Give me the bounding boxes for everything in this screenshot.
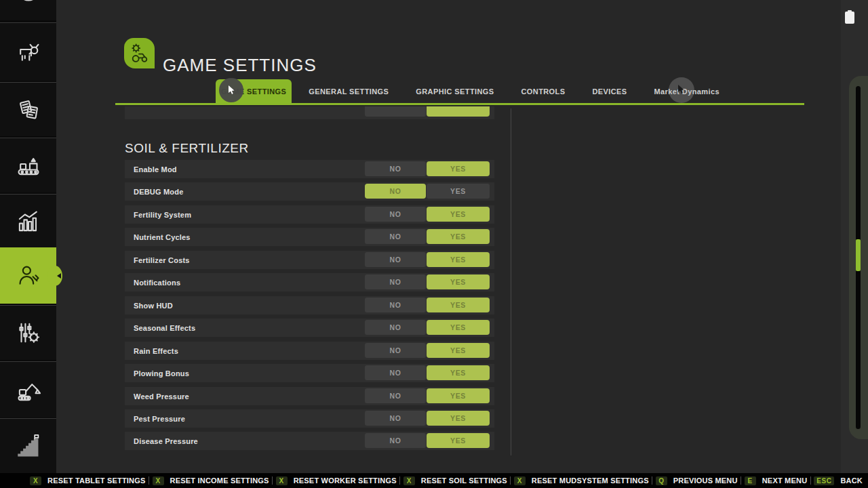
shortcut-reset-worker-settings[interactable]: XRESET WORKER SETTINGS xyxy=(276,476,397,485)
toggle-yes-button[interactable]: YES xyxy=(427,343,490,358)
toggle-yes-button[interactable]: YES xyxy=(427,229,490,244)
sidebar-item-production[interactable] xyxy=(0,138,56,192)
sidebar-item-game-options[interactable] xyxy=(0,305,56,360)
toggle-fertilizer-costs: NOYES xyxy=(365,252,490,267)
toggle-fertility-system: NOYES xyxy=(365,207,490,222)
toggle-no-button[interactable]: NO xyxy=(365,274,426,289)
shortcut-previous-menu[interactable]: QPREVIOUS MENU xyxy=(656,476,738,485)
toggle-no-button[interactable]: NO xyxy=(365,365,426,380)
sidebar-item-terrain[interactable] xyxy=(0,418,56,474)
shortcut-reset-income-settings[interactable]: XRESET INCOME SETTINGS xyxy=(153,476,269,485)
setting-label: Nutrient Cycles xyxy=(134,228,191,246)
toggle-show-hud: NOYES xyxy=(365,298,490,312)
scrollbar-thumb[interactable] xyxy=(856,239,861,271)
settings-row-fertility-system: Fertility SystemNOYES xyxy=(125,205,494,224)
cow-icon xyxy=(14,38,43,66)
scrollbar-track[interactable] xyxy=(856,86,861,429)
shortcut-label: RESET INCOME SETTINGS xyxy=(170,476,269,485)
toggle-no-button[interactable]: NO xyxy=(365,229,426,244)
settings-row-weed-pressure: Weed PressureNOYES xyxy=(125,387,494,405)
toggle-rain-effects: NOYES xyxy=(365,343,490,358)
toggle-seasonal-effects: NOYES xyxy=(365,320,490,335)
tab-general-settings[interactable]: GENERAL SETTINGS xyxy=(298,79,399,104)
page-title: GAME SETTINGS xyxy=(163,55,317,76)
bottom-bar: XRESET TABLET SETTINGSXRESET INCOME SETT… xyxy=(0,473,868,488)
tab-devices[interactable]: DEVICES xyxy=(582,79,637,104)
toggle-no-button[interactable]: NO xyxy=(365,320,426,335)
scrollbar xyxy=(849,76,868,439)
shortcut-label: RESET MUDSYSTEM SETTINGS xyxy=(532,476,649,485)
setting-label: Rain Effects xyxy=(134,342,178,360)
settings-row-show-hud: Show HUDNOYES xyxy=(125,296,494,314)
toggle-yes-button[interactable]: YES xyxy=(427,106,490,117)
shortcut-reset-tablet-settings[interactable]: XRESET TABLET SETTINGS xyxy=(30,476,146,485)
setting-label: Enable Mod xyxy=(134,160,177,178)
setting-label: Seasonal Effects xyxy=(134,319,195,337)
keycap-q-icon: Q xyxy=(656,476,667,485)
tab-graphic-settings[interactable]: GRAPHIC SETTINGS xyxy=(406,79,504,104)
settings-row-partial: NO YES xyxy=(125,106,494,119)
toggle-yes-button[interactable]: YES xyxy=(427,298,490,312)
toggle-no-button[interactable]: NO xyxy=(365,207,426,222)
toggle-yes-button[interactable]: YES xyxy=(427,184,490,199)
setting-label: Disease Pressure xyxy=(134,432,198,450)
settings-row-plowing-bonus: Plowing BonusNOYES xyxy=(125,364,494,382)
sidebar xyxy=(0,0,56,473)
setting-label: Show HUD xyxy=(134,296,173,314)
keycap-x-icon: X xyxy=(514,476,526,485)
toggle-no-button[interactable]: NO xyxy=(365,388,426,403)
shortcut-reset-soil-settings[interactable]: XRESET SOIL SETTINGS xyxy=(403,476,507,485)
toggle-yes-button[interactable]: YES xyxy=(427,388,490,403)
toggle-yes-button[interactable]: YES xyxy=(427,252,490,267)
shortcut-label: RESET SOIL SETTINGS xyxy=(421,476,507,485)
settings-row-seasonal-effects: Seasonal EffectsNOYES xyxy=(125,319,494,337)
sidebar-item-construction[interactable] xyxy=(0,361,56,418)
sidebar-item-animals[interactable] xyxy=(0,22,56,81)
sidebar-item-player-settings[interactable] xyxy=(0,247,56,304)
tab-controls[interactable]: CONTROLS xyxy=(511,79,576,104)
toggle-yes-button[interactable]: YES xyxy=(427,161,490,176)
toggle-no-button[interactable]: NO xyxy=(365,106,426,117)
battery-icon xyxy=(845,10,854,24)
keycap-esc-icon: ESC xyxy=(814,476,834,485)
mountain-flag-icon xyxy=(14,432,43,461)
toggle-yes-button[interactable]: YES xyxy=(427,411,490,426)
sidebar-item-contracts[interactable] xyxy=(0,82,56,136)
toggle-yes-button[interactable]: YES xyxy=(427,433,490,448)
toggle-no-button[interactable]: NO xyxy=(365,298,426,312)
game-settings-icon xyxy=(124,38,155,68)
setting-label: Pest Pressure xyxy=(134,409,185,428)
shortcut-next-menu[interactable]: ENEXT MENU xyxy=(745,476,808,485)
shortcut-separator xyxy=(741,476,741,485)
shortcut-back[interactable]: ESCBACK xyxy=(814,476,863,485)
toggle-no-button[interactable]: NO xyxy=(365,411,426,426)
toggle-yes-button[interactable]: YES xyxy=(427,274,490,289)
toggle-no-button[interactable]: NO xyxy=(365,252,426,267)
toggle-yes-button[interactable]: YES xyxy=(427,320,490,335)
shortcut-reset-mudsystem-settings[interactable]: XRESET MUDSYSTEM SETTINGS xyxy=(514,476,649,485)
settings-row-debug-mode: DEBUG ModeNOYES xyxy=(125,182,494,201)
section-title: SOIL & FERTILIZER xyxy=(125,141,249,156)
sidebar-item-statistics[interactable] xyxy=(0,194,56,248)
toggle-pest-pressure: NOYES xyxy=(365,411,490,426)
shortcut-label: PREVIOUS MENU xyxy=(673,476,738,485)
clock-partial-icon xyxy=(14,0,43,20)
person-wrench-icon xyxy=(14,262,43,290)
setting-label: Fertility System xyxy=(134,205,191,224)
toggle-yes-button[interactable]: YES xyxy=(427,207,490,222)
toggle-debug-mode: NOYES xyxy=(365,184,490,199)
sidebar-item-top-partial[interactable] xyxy=(0,0,56,20)
toggle-no-button[interactable]: NO xyxy=(365,433,426,448)
toggle-no-button[interactable]: NO xyxy=(365,184,426,199)
setting-label: DEBUG Mode xyxy=(134,182,184,201)
toggle-yes-button[interactable]: YES xyxy=(427,365,490,380)
documents-icon xyxy=(14,96,43,124)
game-settings-screen: GAME SETTINGS GAME SETTINGSGENERAL SETTI… xyxy=(0,0,868,488)
toggle-no-button[interactable]: NO xyxy=(365,343,426,358)
toggle-plowing-bonus: NOYES xyxy=(365,365,490,380)
setting-label: Fertilizer Costs xyxy=(134,251,190,269)
toggle-no-button[interactable]: NO xyxy=(365,161,426,176)
settings-row-enable-mod: Enable ModNOYES xyxy=(125,160,494,178)
setting-label: Plowing Bonus xyxy=(134,364,189,382)
tab-underline xyxy=(115,103,804,105)
